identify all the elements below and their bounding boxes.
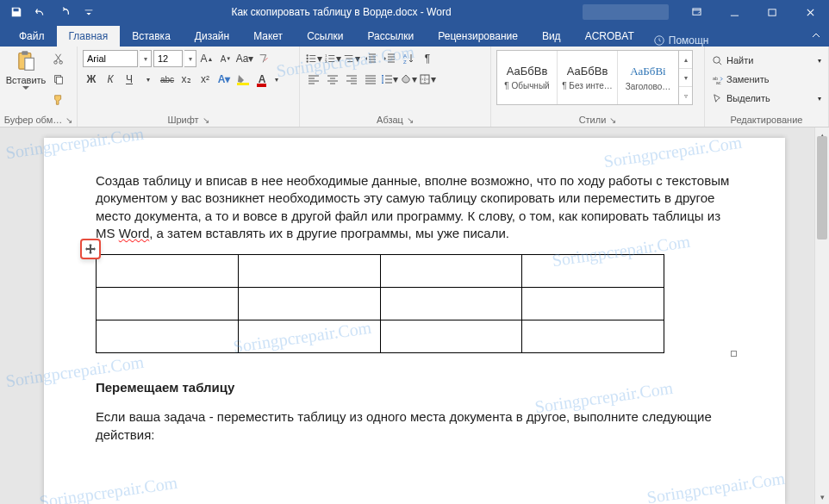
document-area[interactable]: Создав таблицу и вписав в нее необходимы… bbox=[0, 128, 829, 504]
find-button[interactable]: Найти▾ bbox=[712, 52, 821, 69]
subscript-button[interactable]: x₂ bbox=[178, 71, 195, 88]
svg-rect-10 bbox=[237, 83, 249, 85]
styles-dialog-launcher[interactable]: ↘ bbox=[609, 115, 616, 125]
window-controls bbox=[677, 0, 829, 24]
tab-insert[interactable]: Вставка bbox=[120, 26, 183, 47]
tab-references[interactable]: Ссылки bbox=[295, 26, 355, 47]
show-marks-button[interactable]: ¶ bbox=[419, 50, 436, 67]
quick-access-toolbar bbox=[0, 2, 100, 22]
style-heading1[interactable]: АаБбВіЗаголово… bbox=[618, 51, 678, 104]
bullets-button[interactable]: ▾ bbox=[305, 50, 322, 67]
table-row bbox=[97, 288, 664, 320]
paragraph-1[interactable]: Создав таблицу и вписав в нее необходимы… bbox=[96, 172, 733, 242]
paragraph-2[interactable]: Если ваша задача - переместить таблицу и… bbox=[96, 408, 733, 444]
style-normal[interactable]: АаБбВв¶ Обычный bbox=[497, 51, 558, 104]
tab-review[interactable]: Рецензирование bbox=[426, 26, 530, 47]
tell-me-search[interactable]: Помощн bbox=[646, 34, 716, 47]
multilevel-list-button[interactable]: ▾ bbox=[343, 50, 360, 67]
line-spacing-button[interactable]: ▾ bbox=[381, 71, 398, 88]
text-effects-button[interactable]: A▾ bbox=[215, 71, 233, 88]
vertical-scrollbar[interactable]: ▴ ▾ bbox=[814, 128, 829, 504]
bold-button[interactable]: Ж bbox=[83, 71, 100, 88]
tab-layout[interactable]: Макет bbox=[241, 26, 295, 47]
replace-button[interactable]: abacЗаменить bbox=[712, 71, 821, 88]
increase-indent-button[interactable] bbox=[381, 50, 398, 67]
close-button[interactable] bbox=[791, 0, 829, 24]
svg-text:ac: ac bbox=[716, 80, 721, 85]
table-row bbox=[97, 320, 664, 353]
styles-more[interactable]: ▿ bbox=[679, 87, 692, 104]
italic-button[interactable]: К bbox=[102, 71, 119, 88]
decrease-indent-button[interactable] bbox=[362, 50, 379, 67]
borders-button[interactable]: ▾ bbox=[419, 71, 436, 88]
style-no-spacing[interactable]: АаБбВв¶ Без инте… bbox=[558, 51, 618, 104]
tab-design[interactable]: Дизайн bbox=[183, 26, 241, 47]
strikethrough-button[interactable]: abc bbox=[159, 71, 176, 88]
align-left-button[interactable] bbox=[305, 71, 322, 88]
font-name-combo[interactable]: Arial bbox=[83, 50, 138, 67]
format-painter-button[interactable] bbox=[50, 91, 67, 109]
cut-button[interactable] bbox=[50, 50, 67, 67]
numbering-button[interactable]: 123▾ bbox=[324, 50, 341, 67]
svg-point-20 bbox=[714, 56, 720, 62]
group-styles: АаБбВв¶ Обычный АаБбВв¶ Без инте… АаБбВі… bbox=[491, 47, 705, 127]
save-button[interactable] bbox=[5, 2, 28, 22]
svg-text:A: A bbox=[403, 53, 407, 59]
select-button[interactable]: Выделить▾ bbox=[712, 90, 821, 107]
align-center-button[interactable] bbox=[324, 71, 341, 88]
shrink-font-button[interactable]: A▼ bbox=[217, 50, 234, 67]
svg-rect-9 bbox=[56, 77, 62, 84]
copy-button[interactable] bbox=[50, 71, 67, 88]
heading-move-table[interactable]: Перемещаем таблицу bbox=[96, 379, 733, 396]
font-size-arrow[interactable]: ▾ bbox=[184, 50, 196, 67]
maximize-button[interactable] bbox=[753, 0, 791, 24]
font-dialog-launcher[interactable]: ↘ bbox=[203, 115, 209, 125]
font-size-combo[interactable]: 12 bbox=[153, 50, 183, 67]
collapse-ribbon-button[interactable] bbox=[803, 24, 829, 47]
superscript-button[interactable]: x² bbox=[196, 71, 214, 88]
clear-formatting-button[interactable] bbox=[255, 50, 272, 67]
minimize-button[interactable] bbox=[715, 0, 753, 24]
group-paragraph: ▾ 123▾ ▾ AZ ¶ ▾ ▾ ▾ Абзац↘ bbox=[300, 47, 491, 127]
styles-scroll-down[interactable]: ▾ bbox=[679, 69, 692, 87]
redo-button[interactable] bbox=[53, 2, 76, 22]
tab-acrobat[interactable]: ACROBAT bbox=[573, 26, 646, 47]
svg-rect-4 bbox=[22, 51, 28, 55]
paragraph-dialog-launcher[interactable]: ↘ bbox=[407, 115, 414, 125]
title-bar: Как скопировать таблицу в Ворде.docx - W… bbox=[0, 0, 829, 24]
styles-scroll-up[interactable]: ▴ bbox=[679, 51, 692, 69]
document-table[interactable] bbox=[96, 254, 664, 353]
shading-button[interactable]: ▾ bbox=[400, 71, 417, 88]
scroll-down-button[interactable]: ▾ bbox=[815, 489, 829, 504]
font-name-arrow[interactable]: ▾ bbox=[140, 50, 152, 67]
page: Создав таблицу и вписав в нее необходимы… bbox=[44, 138, 785, 504]
qat-customize-button[interactable] bbox=[78, 2, 100, 22]
tab-home[interactable]: Главная bbox=[57, 26, 121, 47]
editing-group-label: Редактирование bbox=[731, 115, 803, 125]
window-title: Как скопировать таблицу в Ворде.docx - W… bbox=[100, 6, 583, 18]
tab-mailings[interactable]: Рассылки bbox=[355, 26, 426, 47]
tab-file[interactable]: Файл bbox=[7, 26, 57, 47]
table-resize-handle[interactable] bbox=[731, 351, 737, 357]
tab-view[interactable]: Вид bbox=[530, 26, 573, 47]
font-color-more-button[interactable]: ▾ bbox=[268, 71, 285, 88]
underline-more-button[interactable]: ▾ bbox=[140, 71, 157, 88]
clipboard-dialog-launcher[interactable]: ↘ bbox=[65, 115, 72, 125]
ribbon: Вставить Буфер обм…↘ Arial▾ 12▾ A▲ A▼ Aa… bbox=[0, 47, 829, 128]
scroll-thumb[interactable] bbox=[817, 136, 827, 240]
sort-button[interactable]: AZ bbox=[400, 50, 417, 67]
group-editing: Найти▾ abacЗаменить Выделить▾ Редактиров… bbox=[705, 47, 829, 127]
ribbon-options-button[interactable] bbox=[677, 0, 715, 24]
undo-button[interactable] bbox=[29, 2, 52, 22]
change-case-button[interactable]: Aa▾ bbox=[236, 50, 253, 67]
table-move-handle[interactable] bbox=[80, 239, 101, 259]
svg-point-13 bbox=[306, 60, 308, 62]
justify-button[interactable] bbox=[362, 71, 379, 88]
grow-font-button[interactable]: A▲ bbox=[198, 50, 215, 67]
highlight-button[interactable] bbox=[234, 71, 252, 88]
user-badge[interactable] bbox=[583, 4, 669, 20]
styles-gallery: АаБбВв¶ Обычный АаБбВв¶ Без инте… АаБбВі… bbox=[496, 50, 693, 105]
paste-button[interactable]: Вставить bbox=[5, 50, 47, 90]
align-right-button[interactable] bbox=[343, 71, 360, 88]
underline-button[interactable]: Ч bbox=[121, 71, 138, 88]
